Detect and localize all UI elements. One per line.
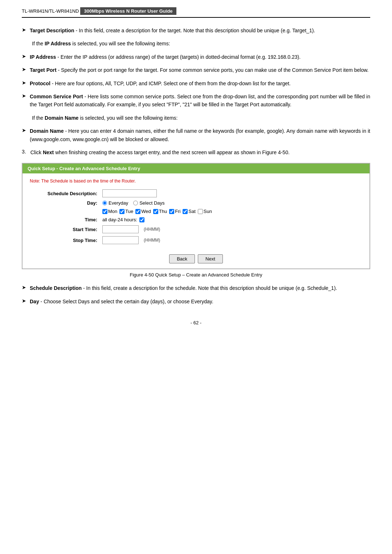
start-time-hhmm: (HHMM): [144, 227, 160, 232]
bullet-common-service-port: ➤ Common Service Port - Here lists some …: [22, 93, 370, 109]
bullet-arrow-day-icon: ➤: [22, 298, 26, 304]
sat-checkbox[interactable]: [183, 209, 188, 214]
fri-check-label[interactable]: Fri: [169, 209, 180, 214]
everyday-label: Everyday: [109, 200, 128, 206]
bullet-arrow-sched-icon: ➤: [22, 284, 26, 290]
bullet-ip-address: ➤ IP Address - Enter the IP address (or …: [22, 53, 370, 61]
target-description-bold: Target Description: [30, 28, 74, 33]
fri-checkbox[interactable]: [169, 209, 174, 214]
schedule-note: Note: The Schedule is based on the time …: [30, 178, 362, 184]
bullet-target-description-text: Target Description - In this field, crea…: [30, 26, 370, 34]
select-days-radio-label[interactable]: Select Days: [133, 200, 164, 206]
mon-label: Mon: [108, 209, 117, 214]
select-days-radio[interactable]: [133, 201, 138, 205]
bullet-protocol: ➤ Protocol - Here are four options, All,…: [22, 79, 370, 87]
back-button[interactable]: Back: [169, 254, 195, 263]
stop-time-control: (HHMM): [102, 236, 160, 244]
all-day-checkbox[interactable]: [139, 217, 144, 222]
thu-check-label[interactable]: Thu: [153, 209, 167, 214]
bullet-target-port-text: Target Port - Specify the port or port r…: [30, 66, 370, 74]
bullet-common-service-port-text: Common Service Port - Here lists some co…: [30, 93, 370, 109]
para-if-ip: If the IP Address is selected, you will …: [32, 40, 370, 48]
target-port-bold: Target Port: [30, 67, 57, 73]
schedule-description-input[interactable]: [102, 189, 157, 197]
numbered-label-3: 3.: [22, 149, 26, 155]
day-row: Day: Everyday Select Days: [30, 200, 362, 206]
days-checkboxes-group: Mon Tue Wed Thu: [102, 209, 212, 214]
ip-address-label-bold: IP Address: [30, 54, 56, 60]
wed-check-label[interactable]: Wed: [135, 209, 151, 214]
schedule-entry-box: Quick Setup - Create an Advanced Schedul…: [22, 163, 370, 269]
page-number: - 62 -: [22, 320, 370, 325]
day-radio-group: Everyday Select Days: [102, 200, 165, 206]
days-checkboxes-row: Mon Tue Wed Thu: [30, 209, 362, 214]
everyday-radio-label[interactable]: Everyday: [102, 200, 128, 206]
time-control: all day-24 hours:: [102, 217, 144, 222]
header-model: TL-WR841N/TL-WR841ND: [22, 8, 79, 14]
bullet-arrow-port-icon: ➤: [22, 66, 26, 72]
tue-label: Tue: [125, 209, 133, 214]
schedule-description-row: Schedule Description:: [30, 189, 362, 197]
bullet-day-text: Day - Choose Select Days and select the …: [30, 297, 370, 305]
next-button[interactable]: Next: [198, 254, 223, 263]
numbered-item-3: 3. Click Next when finishing creating th…: [22, 148, 370, 156]
schedule-description-label: Schedule Description:: [30, 191, 102, 196]
tue-checkbox[interactable]: [119, 209, 124, 214]
bullet-arrow-protocol-icon: ➤: [22, 80, 26, 86]
bullet-target-description: ➤ Target Description - In this field, cr…: [22, 26, 370, 34]
bullet-ip-address-text: IP Address - Enter the IP address (or ad…: [30, 53, 370, 61]
thu-label: Thu: [159, 209, 167, 214]
start-time-control: (HHMM): [102, 225, 160, 233]
bullet-domain-name-text: Domain Name - Here you can enter 4 domai…: [30, 127, 370, 143]
stop-time-hhmm: (HHMM): [144, 238, 160, 243]
wed-checkbox[interactable]: [135, 209, 140, 214]
stop-time-label: Stop Time:: [30, 238, 102, 243]
fri-label: Fri: [175, 209, 180, 214]
bullet-arrow-icon: ➤: [22, 27, 26, 33]
bullet-day: ➤ Day - Choose Select Days and select th…: [22, 297, 370, 305]
domain-name-label-bold: Domain Name: [30, 128, 64, 134]
sat-label: Sat: [188, 209, 196, 214]
wed-label: Wed: [141, 209, 151, 214]
day-label: Day:: [30, 200, 102, 206]
bullet-protocol-text: Protocol - Here are four options, All, T…: [30, 79, 370, 87]
stop-time-input[interactable]: [102, 236, 139, 244]
thu-checkbox[interactable]: [153, 209, 158, 214]
schedule-description-control: [102, 189, 157, 197]
sun-check-label[interactable]: Sun: [198, 209, 212, 214]
start-time-input[interactable]: [102, 225, 139, 233]
stop-time-row: Stop Time: (HHMM): [30, 236, 362, 244]
time-row: Time: all day-24 hours:: [30, 217, 362, 222]
day-bold: Day: [30, 299, 39, 304]
bullet-schedule-description-text: Schedule Description - In this field, cr…: [30, 284, 370, 292]
bullet-domain-name: ➤ Domain Name - Here you can enter 4 dom…: [22, 127, 370, 143]
page-header: TL-WR841N/TL-WR841ND 300Mbps Wireless N …: [22, 7, 370, 18]
mon-check-label[interactable]: Mon: [102, 209, 117, 214]
select-days-label: Select Days: [139, 200, 164, 206]
bullet-arrow-csp-icon: ➤: [22, 93, 26, 99]
tue-check-label[interactable]: Tue: [119, 209, 133, 214]
schedule-description-bold: Schedule Description: [30, 285, 82, 291]
para-if-domain: If the Domain Name is selected, you will…: [32, 114, 370, 122]
domain-name-bold: Domain Name: [45, 115, 78, 121]
header-title: 300Mbps Wireless N Router User Guide: [80, 7, 176, 15]
start-time-label: Start Time:: [30, 227, 102, 232]
ip-address-bold: IP Address: [45, 41, 71, 46]
everyday-radio[interactable]: [102, 201, 107, 205]
protocol-bold: Protocol: [30, 81, 50, 86]
bullet-schedule-description: ➤ Schedule Description - In this field, …: [22, 284, 370, 292]
figure-caption: Figure 4-50 Quick Setup – Create an Adva…: [22, 272, 370, 278]
mon-checkbox[interactable]: [102, 209, 107, 214]
sun-checkbox[interactable]: [198, 209, 203, 214]
schedule-box-body: Note: The Schedule is based on the time …: [23, 173, 369, 251]
next-bold: Next: [43, 149, 54, 155]
numbered-item-3-text: Click Next when finishing creating the a…: [30, 148, 370, 156]
sat-check-label[interactable]: Sat: [183, 209, 196, 214]
schedule-box-header: Quick Setup - Create an Advanced Schedul…: [23, 164, 369, 173]
bullet-target-port: ➤ Target Port - Specify the port or port…: [22, 66, 370, 74]
start-time-row: Start Time: (HHMM): [30, 225, 362, 233]
bullet-arrow-ip-icon: ➤: [22, 53, 26, 59]
common-service-port-bold: Common Service Port: [30, 94, 83, 99]
time-label: Time:: [30, 217, 102, 222]
sun-label: Sun: [204, 209, 212, 214]
